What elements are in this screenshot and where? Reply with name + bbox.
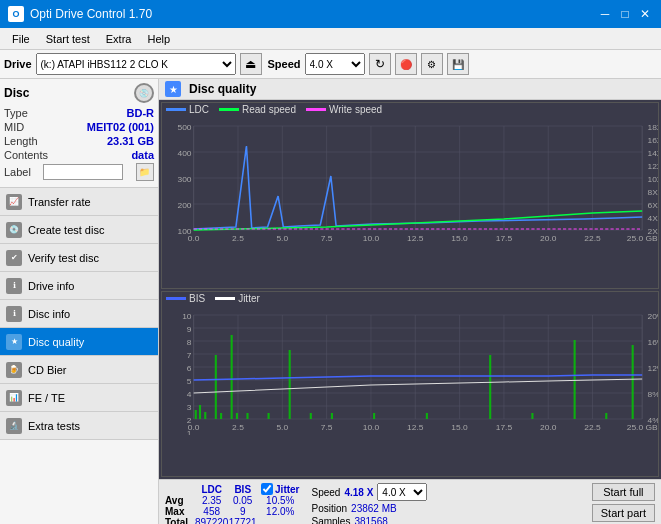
titlebar-title: O Opti Drive Control 1.70 [8, 6, 152, 22]
svg-text:7.5: 7.5 [321, 234, 333, 243]
svg-text:15.0: 15.0 [451, 234, 468, 243]
disc-mid-label: MID [4, 121, 24, 133]
svg-rect-94 [231, 335, 233, 419]
svg-text:9: 9 [187, 325, 192, 334]
read-color [219, 108, 239, 111]
speed-dropdown[interactable]: 4.0 X [305, 53, 365, 75]
svg-text:10: 10 [182, 312, 192, 321]
svg-text:5: 5 [187, 377, 192, 386]
nav-buttons: 📈 Transfer rate 💿 Create test disc ✔ Ver… [0, 188, 158, 523]
transfer-rate-icon: 📈 [6, 194, 22, 210]
menu-extra[interactable]: Extra [98, 31, 140, 47]
nav-disc-info[interactable]: ℹ Disc info [0, 300, 158, 328]
total-row: Total 897220 17721 [165, 517, 304, 524]
legend-read: Read speed [219, 104, 296, 115]
menu-help[interactable]: Help [139, 31, 178, 47]
max-row: Max 458 9 12.0% [165, 506, 304, 517]
charts-area: LDC Read speed Write speed [159, 100, 661, 479]
nav-verify-test-disc[interactable]: ✔ Verify test disc [0, 244, 158, 272]
svg-text:7.5: 7.5 [321, 423, 333, 432]
speed-stat-dropdown[interactable]: 4.0 X [377, 483, 427, 501]
max-bis: 9 [228, 506, 257, 517]
menu-file[interactable]: File [4, 31, 38, 47]
svg-text:12.5: 12.5 [407, 423, 424, 432]
disc-type-label: Type [4, 107, 28, 119]
settings-button[interactable]: ⚙ [421, 53, 443, 75]
drive-dropdown[interactable]: (k:) ATAPI iHBS112 2 CLO K [36, 53, 236, 75]
avg-ldc: 2.35 [195, 495, 228, 506]
legend-jitter: Jitter [215, 293, 260, 304]
minimize-button[interactable]: ─ [597, 7, 613, 21]
nav-fe-te[interactable]: 📊 FE / TE [0, 384, 158, 412]
jitter-checkbox[interactable] [261, 483, 273, 495]
total-bis: 17721 [228, 517, 257, 524]
svg-text:6X: 6X [647, 201, 658, 210]
svg-rect-91 [204, 412, 206, 419]
bis-color [166, 297, 186, 300]
titlebar: O Opti Drive Control 1.70 ─ □ ✕ [0, 0, 661, 28]
eject-button[interactable]: ⏏ [240, 53, 262, 75]
svg-rect-96 [246, 413, 248, 419]
disc-icon: 💿 [134, 83, 154, 103]
nav-disc-quality-label: Disc quality [28, 336, 84, 348]
nav-disc-quality[interactable]: ★ Disc quality [0, 328, 158, 356]
svg-text:14X: 14X [647, 149, 658, 158]
max-ldc: 458 [195, 506, 228, 517]
svg-text:17.5: 17.5 [496, 423, 513, 432]
svg-text:10.0: 10.0 [363, 423, 380, 432]
legend-write: Write speed [306, 104, 382, 115]
start-part-button[interactable]: Start part [592, 504, 655, 522]
speed-section: Speed 4.0 X ↻ 🔴 ⚙ 💾 [268, 53, 469, 75]
svg-text:400: 400 [177, 149, 192, 158]
svg-rect-100 [331, 413, 333, 419]
svg-text:18X: 18X [647, 123, 658, 132]
svg-text:2.5: 2.5 [232, 234, 244, 243]
close-button[interactable]: ✕ [637, 7, 653, 21]
nav-extra-tests[interactable]: 🔬 Extra tests [0, 412, 158, 440]
top-bar: Drive (k:) ATAPI iHBS112 2 CLO K ⏏ Speed… [0, 50, 661, 79]
speed-refresh-button[interactable]: ↻ [369, 53, 391, 75]
svg-rect-101 [373, 413, 375, 419]
svg-rect-90 [199, 405, 201, 419]
nav-cd-bier[interactable]: 🍺 CD Bier [0, 356, 158, 384]
maximize-button[interactable]: □ [617, 7, 633, 21]
disc-length-row: Length 23.31 GB [4, 135, 154, 147]
disc-length-value: 23.31 GB [107, 135, 154, 147]
disc-label-label: Label [4, 166, 31, 178]
speed-position-section: Speed 4.18 X 4.0 X Position 23862 MB Sam… [312, 483, 428, 524]
nav-transfer-rate[interactable]: 📈 Transfer rate [0, 188, 158, 216]
verify-test-disc-icon: ✔ [6, 250, 22, 266]
position-label: Position [312, 503, 348, 514]
svg-rect-89 [195, 410, 197, 419]
svg-text:25.0 GB: 25.0 GB [627, 423, 658, 432]
nav-extra-tests-label: Extra tests [28, 420, 80, 432]
position-value: 23862 MB [351, 503, 397, 514]
avg-row: Avg 2.35 0.05 10.5% [165, 495, 304, 506]
start-buttons: Start full Start part [592, 483, 655, 522]
svg-text:4X: 4X [647, 214, 658, 223]
menu-start-test[interactable]: Start test [38, 31, 98, 47]
save-button[interactable]: 💾 [447, 53, 469, 75]
burn-button[interactable]: 🔴 [395, 53, 417, 75]
svg-text:200: 200 [177, 201, 192, 210]
disc-contents-value: data [131, 149, 154, 161]
disc-mid-value: MEIT02 (001) [87, 121, 154, 133]
bottom-chart-container: BIS Jitter [161, 291, 659, 478]
nav-drive-info-label: Drive info [28, 280, 74, 292]
svg-text:22.5: 22.5 [584, 234, 601, 243]
nav-drive-info[interactable]: ℹ Drive info [0, 272, 158, 300]
svg-text:6: 6 [187, 364, 192, 373]
disc-contents-label: Contents [4, 149, 48, 161]
nav-create-test-disc-label: Create test disc [28, 224, 104, 236]
svg-text:12X: 12X [647, 162, 658, 171]
svg-rect-106 [605, 413, 607, 419]
disc-label-input[interactable] [43, 164, 123, 180]
drive-info-icon: ℹ [6, 278, 22, 294]
app-icon: O [8, 6, 24, 22]
disc-quality-header: ★ Disc quality [159, 79, 661, 100]
disc-label-browse[interactable]: 📁 [136, 163, 154, 181]
nav-create-test-disc[interactable]: 💿 Create test disc [0, 216, 158, 244]
start-full-button[interactable]: Start full [592, 483, 655, 501]
svg-text:10.0: 10.0 [363, 234, 380, 243]
svg-rect-92 [215, 355, 217, 419]
